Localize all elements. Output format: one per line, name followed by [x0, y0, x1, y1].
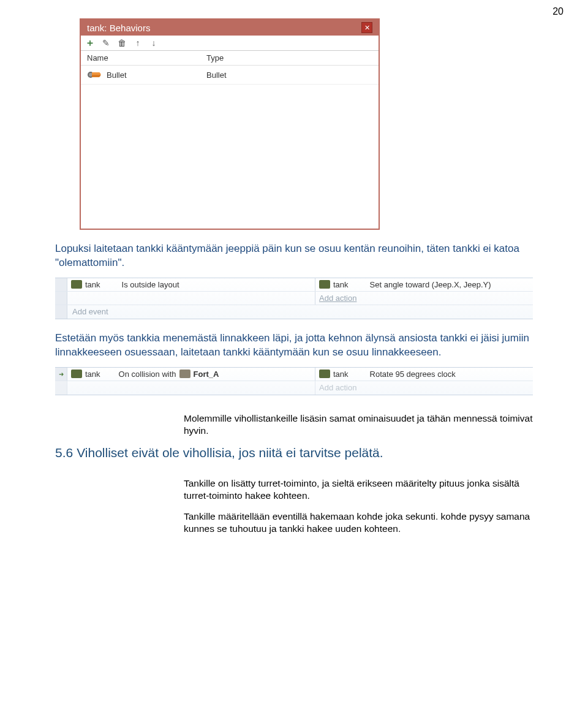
action-cell[interactable]: tank Set angle toward (Jeep.X, Jeep.Y): [315, 278, 533, 291]
empty-cond: [67, 292, 315, 305]
dialog-title: tank: Behaviors: [87, 23, 361, 33]
add-event-row[interactable]: Add event: [55, 305, 533, 319]
event-sheet-2: ➜ tank On collision with Fort_A tank Rot…: [55, 367, 533, 395]
act-object: tank: [333, 370, 349, 379]
behaviors-dialog: tank: Behaviors ✕ ＋ ✎ 🗑 ↑ ↓ Name Type: [80, 18, 380, 230]
add-event-link[interactable]: Add event: [72, 307, 108, 316]
add-action-link[interactable]: Add action: [319, 383, 356, 392]
add-action-link[interactable]: Add action: [319, 294, 356, 303]
paragraph-4: Tankille on lisätty turret-toiminto, ja …: [184, 477, 533, 502]
heading-text: Viholliset eivät ole vihollisia, jos nii…: [77, 446, 383, 460]
delete-icon[interactable]: 🗑: [116, 37, 127, 48]
paragraph-2: Estetään myös tankkia menemästä linnakke…: [55, 332, 533, 360]
act-object: tank: [333, 280, 349, 289]
cond-text-pre: On collision with: [119, 370, 176, 379]
edit-icon[interactable]: ✎: [100, 37, 111, 48]
cond-object: tank: [85, 370, 100, 379]
add-icon[interactable]: ＋: [85, 37, 96, 48]
add-action-row: Add action: [55, 381, 533, 395]
behaviors-dialog-wrap: tank: Behaviors ✕ ＋ ✎ 🗑 ↑ ↓ Name Type: [80, 18, 533, 230]
add-action-cell[interactable]: Add action: [315, 292, 533, 305]
fort-sprite-icon: [179, 370, 190, 378]
behavior-type: Bullet: [206, 70, 227, 80]
add-action-row: Add action: [55, 292, 533, 305]
page-number: 20: [552, 6, 564, 17]
dialog-columns-header: Name Type: [81, 51, 379, 66]
event-gutter: [55, 381, 67, 395]
cond-text: Is outside layout: [122, 280, 179, 289]
down-arrow-icon[interactable]: ↓: [148, 37, 159, 48]
paragraph-3: Molemmille vihollistankeille lisäsin sam…: [184, 412, 533, 437]
cond-target: Fort_A: [194, 370, 219, 379]
tank-sprite-icon: [71, 370, 82, 378]
paragraph-5: Tankille määritellään eventillä hakemaan…: [184, 510, 533, 535]
dialog-empty-space: [81, 85, 379, 229]
tank-sprite-icon: [319, 280, 330, 289]
paragraph-1: Lopuksi laitetaan tankki kääntymään jeep…: [55, 242, 533, 270]
event-row[interactable]: tank Is outside layout tank Set angle to…: [55, 278, 533, 292]
event-gutter: [55, 305, 67, 319]
dialog-toolbar: ＋ ✎ 🗑 ↑ ↓: [81, 36, 379, 51]
col-name-header: Name: [87, 53, 206, 63]
bullet-icon: [87, 69, 103, 80]
act-text: Set angle toward (Jeep.X, Jeep.Y): [370, 280, 491, 289]
cond-object: tank: [85, 280, 100, 289]
condition-cell[interactable]: tank Is outside layout: [67, 278, 315, 291]
tank-sprite-icon: [71, 280, 82, 289]
behavior-row[interactable]: Bullet Bullet: [81, 66, 379, 85]
action-cell[interactable]: tank Rotate 95 degrees clock: [315, 368, 533, 381]
tank-sprite-icon: [319, 370, 330, 378]
event-sheet-1: tank Is outside layout tank Set angle to…: [55, 278, 533, 319]
event-row[interactable]: ➜ tank On collision with Fort_A tank Rot…: [55, 368, 533, 381]
event-gutter: [55, 278, 67, 291]
section-heading: 5.6Viholliset eivät ole vihollisia, jos …: [55, 446, 533, 460]
empty-cond: [67, 381, 315, 395]
dialog-titlebar: tank: Behaviors ✕: [81, 20, 379, 36]
condition-cell[interactable]: tank On collision with Fort_A: [67, 368, 315, 381]
col-type-header: Type: [206, 53, 224, 63]
act-text: Rotate 95 degrees clock: [370, 370, 456, 379]
event-gutter: ➜: [55, 368, 67, 381]
heading-number: 5.6: [55, 446, 73, 460]
behavior-name: Bullet: [107, 70, 127, 80]
event-gutter: [55, 292, 67, 305]
close-icon[interactable]: ✕: [361, 22, 372, 33]
up-arrow-icon[interactable]: ↑: [132, 37, 143, 48]
add-action-cell[interactable]: Add action: [315, 381, 533, 395]
